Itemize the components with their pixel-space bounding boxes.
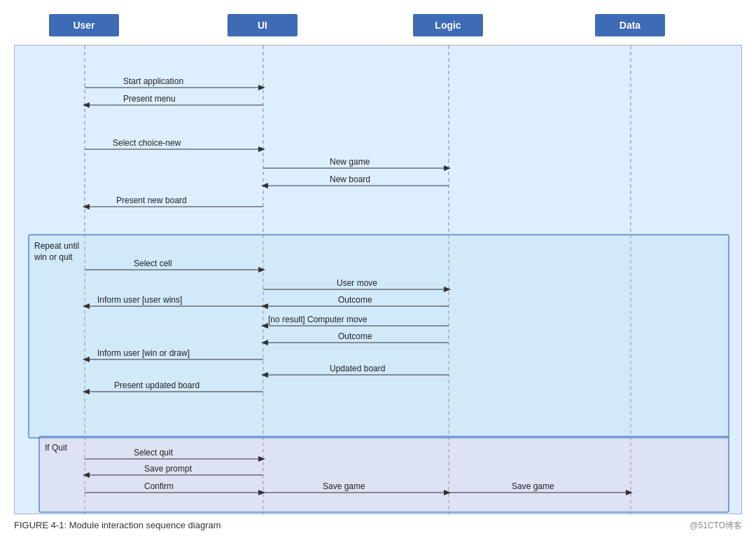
svg-text:Confirm: Confirm: [144, 481, 174, 491]
svg-marker-16: [258, 146, 265, 152]
svg-marker-22: [261, 183, 268, 188]
svg-text:Start application: Start application: [123, 76, 183, 86]
svg-text:Save prompt: Save prompt: [144, 464, 192, 474]
svg-text:Present new board: Present new board: [116, 195, 187, 205]
svg-text:New board: New board: [330, 174, 370, 184]
svg-text:Inform user    [user wins]: Inform user [user wins]: [97, 295, 182, 305]
svg-text:Select choice-new: Select choice-new: [113, 138, 181, 148]
svg-text:Present menu: Present menu: [123, 94, 176, 104]
svg-text:Updated board: Updated board: [330, 364, 385, 373]
svg-text:win or quit: win or quit: [34, 252, 73, 262]
actor-user: User: [49, 14, 119, 36]
actor-logic: Logic: [413, 14, 483, 36]
svg-text:Save game: Save game: [512, 481, 554, 491]
svg-text:New game: New game: [330, 157, 370, 167]
svg-marker-25: [83, 204, 90, 209]
svg-text:Outcome: Outcome: [338, 295, 372, 305]
svg-text:Save game: Save game: [323, 481, 365, 491]
sequence-diagram: Repeat until win or quit If Quit Start a…: [14, 45, 742, 514]
svg-text:Select quit: Select quit: [134, 448, 174, 458]
svg-marker-13: [83, 102, 90, 108]
svg-marker-19: [444, 165, 451, 171]
svg-marker-10: [258, 85, 265, 90]
actor-data: Data: [595, 14, 665, 36]
svg-text:User move: User move: [337, 278, 377, 288]
figure-caption: FIGURE 4-1: Module interaction sequence …: [14, 520, 742, 532]
svg-text:Outcome: Outcome: [338, 331, 372, 341]
svg-text:[no result]    Computer move: [no result] Computer move: [268, 315, 368, 324]
svg-text:Repeat until: Repeat until: [34, 241, 79, 251]
figure-caption-text: FIGURE 4-1: Module interaction sequence …: [14, 520, 221, 532]
svg-text:Select cell: Select cell: [134, 259, 172, 268]
diagram-container: User UI Logic Data Repeat until win or q…: [14, 14, 742, 532]
actor-ui: UI: [227, 14, 298, 36]
figure-watermark: @51CTO博客: [690, 520, 742, 532]
svg-text:Inform user   [win or draw]: Inform user [win or draw]: [97, 348, 190, 358]
svg-text:If Quit: If Quit: [45, 443, 68, 453]
svg-text:Present updated board: Present updated board: [114, 380, 200, 390]
